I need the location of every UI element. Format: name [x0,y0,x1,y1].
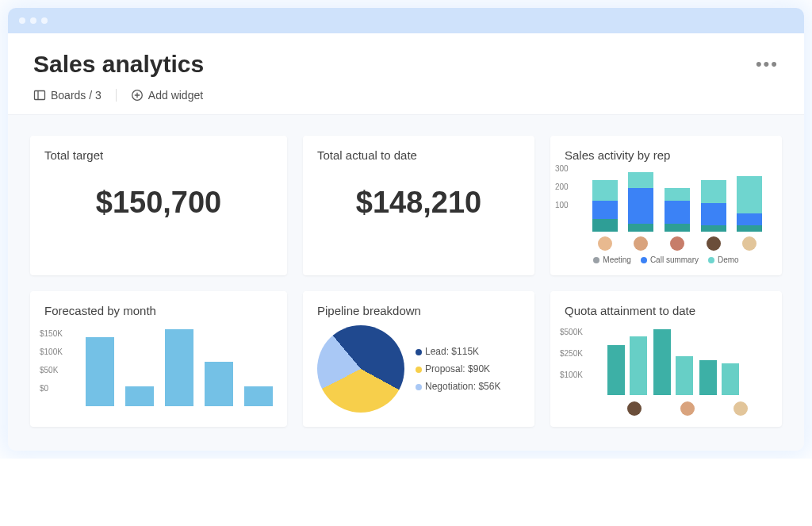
chart-legend: Lead: $115K Proposal: $90K Negotiation: … [416,346,500,392]
page-title: Sales analytics [33,51,204,78]
card-quota[interactable]: Quota attainment to date $500K $250K $10… [550,291,782,427]
boards-label: Boards / 3 [51,89,102,102]
card-title: Total target [44,148,273,162]
y-axis-ticks: $150K $100K $50K $0 [40,329,63,393]
avatar [742,236,756,251]
card-title: Forecasted by month [44,304,273,317]
avatar [733,401,748,416]
boards-selector[interactable]: Boards / 3 [33,89,102,102]
card-total-target[interactable]: Total target $150,700 [30,136,287,275]
avatar [670,236,684,251]
metric-value: $150,700 [44,186,273,220]
card-title: Total actual to date [317,148,520,162]
add-widget-button[interactable]: Add widget [131,89,203,102]
avatar [707,236,721,251]
avatar [627,401,642,416]
y-axis-ticks: $500K $250K $100K [560,328,583,379]
plus-circle-icon [131,89,144,102]
bar-chart [86,327,273,406]
page-header: Sales analytics ••• Boards / 3 Add [8,33,804,115]
y-axis-ticks: 300 200 100 [555,164,569,209]
divider [116,89,117,102]
card-pipeline[interactable]: Pipeline breakdown Lead: $115K Proposal:… [303,291,534,427]
chart-legend: Meeting Call summary Demo [565,255,768,264]
boards-icon [33,89,46,102]
rep-avatars-row [607,401,768,416]
avatar [598,236,612,251]
stacked-bar-chart [587,170,768,232]
card-title: Sales activity by rep [565,148,768,162]
window-dot [30,17,36,24]
metric-value: $148,210 [317,186,520,220]
card-forecast[interactable]: Forecasted by month $150K $100K $50K $0 [30,291,287,427]
card-sales-activity[interactable]: Sales activity by rep 300 200 100 Meetin… [550,136,782,275]
add-widget-label: Add widget [148,89,203,102]
grouped-bar-chart [607,325,768,395]
card-title: Quota attainment to date [565,304,768,317]
window-dot [19,17,25,24]
card-title: Pipeline breakdown [317,304,520,317]
pie-chart [317,325,404,413]
avatar [680,401,695,416]
dashboard-grid: Total target $150,700 Total actual to da… [8,115,804,451]
avatar [634,236,648,251]
card-total-actual[interactable]: Total actual to date $148,210 [303,136,534,275]
rep-avatars-row [587,236,768,251]
svg-rect-0 [35,91,45,100]
window-titlebar [8,8,804,33]
more-menu-button[interactable]: ••• [756,54,779,75]
app-window: Sales analytics ••• Boards / 3 Add [8,8,804,451]
window-dot [41,17,48,24]
